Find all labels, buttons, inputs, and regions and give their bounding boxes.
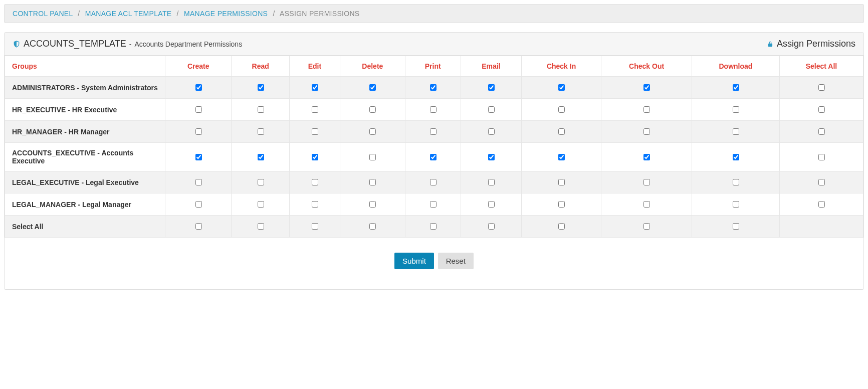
perm-checkbox[interactable]: [195, 128, 202, 135]
perm-checkbox[interactable]: [312, 179, 318, 185]
perm-checkbox[interactable]: [733, 106, 739, 113]
perm-cell: [232, 143, 289, 171]
perm-checkbox[interactable]: [195, 106, 202, 113]
perm-cell: [232, 121, 289, 143]
select-all-column-checkbox[interactable]: [258, 223, 264, 230]
perm-checkbox[interactable]: [369, 84, 376, 91]
group-label: HR_MANAGER - HR Manager: [5, 121, 165, 143]
perm-checkbox[interactable]: [643, 128, 650, 135]
perm-checkbox[interactable]: [488, 106, 495, 113]
perm-cell: [461, 171, 521, 193]
perm-checkbox[interactable]: [258, 179, 264, 185]
breadcrumb-link-manage-acl-template[interactable]: MANAGE ACL TEMPLATE: [85, 10, 172, 18]
perm-checkbox[interactable]: [488, 179, 495, 185]
perm-checkbox[interactable]: [488, 128, 495, 135]
breadcrumb-current: ASSIGN PERMISSIONS: [280, 10, 359, 18]
select-all-column-checkbox[interactable]: [195, 223, 202, 230]
perm-checkbox[interactable]: [558, 128, 565, 135]
perm-cell: [521, 143, 601, 171]
perm-checkbox[interactable]: [558, 84, 565, 91]
table-row: HR_MANAGER - HR Manager: [5, 121, 863, 143]
column-header-check-in: Check In: [521, 56, 601, 77]
perm-checkbox[interactable]: [258, 84, 264, 91]
perm-checkbox[interactable]: [558, 179, 565, 185]
select-all-row-checkbox[interactable]: [818, 201, 825, 208]
perm-checkbox[interactable]: [733, 154, 739, 160]
breadcrumb-link-manage-permissions[interactable]: MANAGE PERMISSIONS: [184, 10, 268, 18]
perm-checkbox[interactable]: [195, 179, 202, 185]
select-all-column-checkbox[interactable]: [643, 223, 650, 230]
perm-checkbox[interactable]: [258, 106, 264, 113]
perm-checkbox[interactable]: [430, 179, 437, 185]
perm-checkbox[interactable]: [430, 128, 437, 135]
perm-cell: [601, 193, 692, 216]
perm-checkbox[interactable]: [558, 201, 565, 208]
breadcrumb: CONTROL PANEL / MANAGE ACL TEMPLATE / MA…: [4, 4, 864, 23]
perm-checkbox[interactable]: [430, 154, 437, 160]
perm-checkbox[interactable]: [312, 201, 318, 208]
perm-checkbox[interactable]: [643, 84, 650, 91]
perm-cell: [289, 77, 340, 99]
submit-button[interactable]: Submit: [394, 253, 434, 269]
select-all-row-checkbox[interactable]: [818, 154, 825, 160]
perm-checkbox[interactable]: [369, 154, 376, 160]
perm-checkbox[interactable]: [488, 84, 495, 91]
select-all-column-cell: [461, 216, 521, 238]
perm-checkbox[interactable]: [312, 106, 318, 113]
perm-cell: [165, 171, 232, 193]
breadcrumb-link-control-panel[interactable]: CONTROL PANEL: [13, 10, 73, 18]
select-all-column-checkbox[interactable]: [558, 223, 565, 230]
perm-checkbox[interactable]: [195, 154, 202, 160]
select-all-row-checkbox[interactable]: [818, 84, 825, 91]
perm-cell: [461, 193, 521, 216]
select-all-column-checkbox[interactable]: [733, 223, 739, 230]
perm-checkbox[interactable]: [430, 106, 437, 113]
perm-checkbox[interactable]: [258, 201, 264, 208]
perm-checkbox[interactable]: [430, 84, 437, 91]
select-all-cell: [779, 77, 863, 99]
perm-checkbox[interactable]: [369, 128, 376, 135]
select-all-column-checkbox[interactable]: [369, 223, 376, 230]
perm-cell: [165, 193, 232, 216]
perm-checkbox[interactable]: [258, 128, 264, 135]
perm-checkbox[interactable]: [643, 179, 650, 185]
select-all-column-checkbox[interactable]: [430, 223, 437, 230]
perm-checkbox[interactable]: [258, 154, 264, 160]
perm-checkbox[interactable]: [369, 201, 376, 208]
perm-cell: [232, 171, 289, 193]
perm-checkbox[interactable]: [733, 128, 739, 135]
perm-checkbox[interactable]: [558, 106, 565, 113]
select-all-row-checkbox[interactable]: [818, 106, 825, 113]
select-all-column-checkbox[interactable]: [312, 223, 318, 230]
actions-bar: Submit Reset: [5, 238, 863, 289]
perm-cell: [521, 99, 601, 121]
select-all-column-checkbox[interactable]: [488, 223, 495, 230]
panel-title-right: Assign Permissions: [777, 39, 855, 49]
perm-checkbox[interactable]: [195, 201, 202, 208]
perm-cell: [289, 121, 340, 143]
perm-checkbox[interactable]: [312, 128, 318, 135]
perm-checkbox[interactable]: [430, 201, 437, 208]
perm-checkbox[interactable]: [488, 154, 495, 160]
shield-icon: [13, 40, 21, 49]
perm-checkbox[interactable]: [643, 154, 650, 160]
perm-checkbox[interactable]: [488, 201, 495, 208]
perm-checkbox[interactable]: [369, 179, 376, 185]
perm-cell: [405, 143, 461, 171]
perm-checkbox[interactable]: [733, 179, 739, 185]
table-row: ADMINISTRATORS - System Administrators: [5, 77, 863, 99]
perm-checkbox[interactable]: [312, 84, 318, 91]
select-all-row-checkbox[interactable]: [818, 128, 825, 135]
perm-cell: [601, 77, 692, 99]
reset-button[interactable]: Reset: [438, 253, 474, 269]
group-label: LEGAL_EXECUTIVE - Legal Executive: [5, 171, 165, 193]
perm-checkbox[interactable]: [558, 154, 565, 160]
perm-checkbox[interactable]: [312, 154, 318, 160]
perm-checkbox[interactable]: [195, 84, 202, 91]
select-all-row-checkbox[interactable]: [818, 179, 825, 185]
perm-checkbox[interactable]: [643, 106, 650, 113]
perm-checkbox[interactable]: [643, 201, 650, 208]
perm-checkbox[interactable]: [733, 84, 739, 91]
perm-checkbox[interactable]: [369, 106, 376, 113]
perm-checkbox[interactable]: [733, 201, 739, 208]
